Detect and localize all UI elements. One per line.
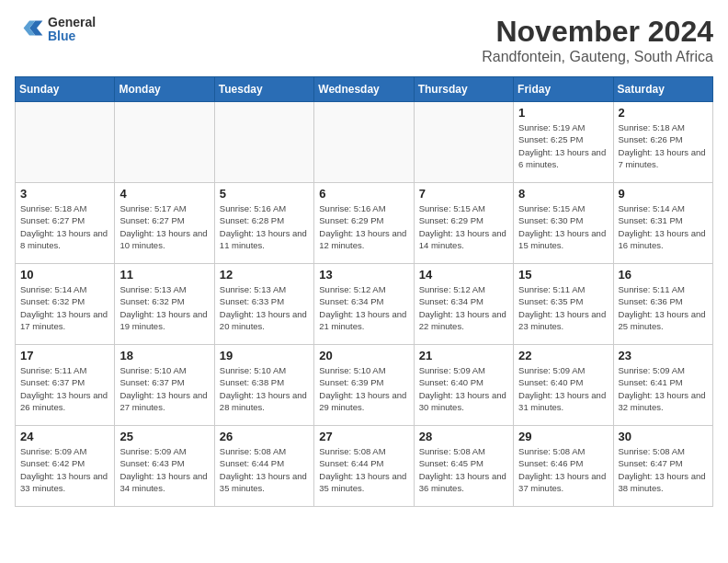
day-info: Sunrise: 5:08 AM Sunset: 6:44 PM Dayligh… <box>220 445 309 494</box>
table-row: 26Sunrise: 5:08 AM Sunset: 6:44 PM Dayli… <box>214 426 313 507</box>
day-info: Sunrise: 5:09 AM Sunset: 6:43 PM Dayligh… <box>119 445 209 494</box>
day-number: 22 <box>518 349 608 362</box>
day-info: Sunrise: 5:10 AM Sunset: 6:37 PM Dayligh… <box>119 364 209 413</box>
day-number: 29 <box>518 430 608 443</box>
day-number: 6 <box>319 187 408 201</box>
table-row: 10Sunrise: 5:14 AM Sunset: 6:32 PM Dayli… <box>16 264 115 345</box>
day-info: Sunrise: 5:18 AM Sunset: 6:26 PM Dayligh… <box>619 121 708 170</box>
logo-general-text: General <box>48 16 96 29</box>
col-wednesday: Wednesday <box>314 77 414 102</box>
day-number: 12 <box>220 268 309 282</box>
col-thursday: Thursday <box>414 77 513 102</box>
day-number: 18 <box>119 349 209 362</box>
day-number: 25 <box>119 430 209 443</box>
table-row: 5Sunrise: 5:16 AM Sunset: 6:28 PM Daylig… <box>214 183 313 264</box>
day-number: 13 <box>319 268 408 282</box>
table-row: 6Sunrise: 5:16 AM Sunset: 6:29 PM Daylig… <box>314 183 414 264</box>
day-number: 8 <box>518 187 608 201</box>
calendar-week-row: 24Sunrise: 5:09 AM Sunset: 6:42 PM Dayli… <box>16 426 713 507</box>
day-info: Sunrise: 5:11 AM Sunset: 6:37 PM Dayligh… <box>20 364 109 413</box>
table-row: 3Sunrise: 5:18 AM Sunset: 6:27 PM Daylig… <box>16 183 115 264</box>
table-row: 8Sunrise: 5:15 AM Sunset: 6:30 PM Daylig… <box>514 183 613 264</box>
day-info: Sunrise: 5:18 AM Sunset: 6:27 PM Dayligh… <box>20 202 109 251</box>
day-info: Sunrise: 5:13 AM Sunset: 6:33 PM Dayligh… <box>220 283 309 332</box>
table-row: 30Sunrise: 5:08 AM Sunset: 6:47 PM Dayli… <box>613 426 712 507</box>
day-number: 27 <box>319 430 408 443</box>
table-row <box>214 102 313 183</box>
table-row: 18Sunrise: 5:10 AM Sunset: 6:37 PM Dayli… <box>115 345 214 426</box>
day-info: Sunrise: 5:11 AM Sunset: 6:35 PM Dayligh… <box>518 283 608 332</box>
day-number: 19 <box>220 349 309 362</box>
table-row <box>314 102 414 183</box>
day-number: 17 <box>20 349 109 362</box>
logo-blue-text: Blue <box>48 29 96 43</box>
day-number: 16 <box>619 268 708 282</box>
col-tuesday: Tuesday <box>214 77 313 102</box>
logo-icon <box>15 15 44 44</box>
table-row: 24Sunrise: 5:09 AM Sunset: 6:42 PM Dayli… <box>16 426 115 507</box>
table-row: 27Sunrise: 5:08 AM Sunset: 6:44 PM Dayli… <box>314 426 414 507</box>
table-row: 14Sunrise: 5:12 AM Sunset: 6:34 PM Dayli… <box>414 264 513 345</box>
table-row: 22Sunrise: 5:09 AM Sunset: 6:40 PM Dayli… <box>514 345 613 426</box>
table-row: 2Sunrise: 5:18 AM Sunset: 6:26 PM Daylig… <box>613 102 712 183</box>
day-number: 7 <box>419 187 508 201</box>
day-info: Sunrise: 5:09 AM Sunset: 6:41 PM Dayligh… <box>619 364 708 413</box>
day-info: Sunrise: 5:19 AM Sunset: 6:25 PM Dayligh… <box>518 121 608 170</box>
col-saturday: Saturday <box>613 77 712 102</box>
title-section: November 2024 Randfontein, Gauteng, Sout… <box>482 15 713 65</box>
day-info: Sunrise: 5:13 AM Sunset: 6:32 PM Dayligh… <box>119 283 209 332</box>
col-monday: Monday <box>115 77 214 102</box>
day-number: 1 <box>518 106 608 120</box>
day-number: 3 <box>20 187 109 201</box>
day-number: 11 <box>119 268 209 282</box>
day-number: 15 <box>518 268 608 282</box>
logo: General Blue <box>15 15 96 44</box>
table-row <box>115 102 214 183</box>
month-title: November 2024 <box>482 15 713 49</box>
table-row: 23Sunrise: 5:09 AM Sunset: 6:41 PM Dayli… <box>613 345 712 426</box>
table-row: 9Sunrise: 5:14 AM Sunset: 6:31 PM Daylig… <box>613 183 712 264</box>
day-number: 21 <box>419 349 508 362</box>
table-row: 11Sunrise: 5:13 AM Sunset: 6:32 PM Dayli… <box>115 264 214 345</box>
day-info: Sunrise: 5:09 AM Sunset: 6:40 PM Dayligh… <box>419 364 508 413</box>
table-row: 16Sunrise: 5:11 AM Sunset: 6:36 PM Dayli… <box>613 264 712 345</box>
table-row: 13Sunrise: 5:12 AM Sunset: 6:34 PM Dayli… <box>314 264 414 345</box>
day-info: Sunrise: 5:14 AM Sunset: 6:32 PM Dayligh… <box>20 283 109 332</box>
day-info: Sunrise: 5:08 AM Sunset: 6:44 PM Dayligh… <box>319 445 408 494</box>
col-friday: Friday <box>514 77 613 102</box>
day-info: Sunrise: 5:09 AM Sunset: 6:42 PM Dayligh… <box>20 445 109 494</box>
table-row: 7Sunrise: 5:15 AM Sunset: 6:29 PM Daylig… <box>414 183 513 264</box>
table-row: 20Sunrise: 5:10 AM Sunset: 6:39 PM Dayli… <box>314 345 414 426</box>
day-number: 20 <box>319 349 408 362</box>
day-info: Sunrise: 5:08 AM Sunset: 6:47 PM Dayligh… <box>619 445 708 494</box>
table-row <box>414 102 513 183</box>
table-row: 25Sunrise: 5:09 AM Sunset: 6:43 PM Dayli… <box>115 426 214 507</box>
day-number: 10 <box>20 268 109 282</box>
day-number: 14 <box>419 268 508 282</box>
calendar-table: Sunday Monday Tuesday Wednesday Thursday… <box>15 76 713 507</box>
table-row: 21Sunrise: 5:09 AM Sunset: 6:40 PM Dayli… <box>414 345 513 426</box>
table-row: 1Sunrise: 5:19 AM Sunset: 6:25 PM Daylig… <box>514 102 613 183</box>
col-sunday: Sunday <box>16 77 115 102</box>
day-info: Sunrise: 5:12 AM Sunset: 6:34 PM Dayligh… <box>419 283 508 332</box>
calendar-week-row: 10Sunrise: 5:14 AM Sunset: 6:32 PM Dayli… <box>16 264 713 345</box>
day-info: Sunrise: 5:16 AM Sunset: 6:29 PM Dayligh… <box>319 202 408 251</box>
logo-text: General Blue <box>48 16 96 44</box>
day-info: Sunrise: 5:14 AM Sunset: 6:31 PM Dayligh… <box>619 202 708 251</box>
calendar-week-row: 1Sunrise: 5:19 AM Sunset: 6:25 PM Daylig… <box>16 102 713 183</box>
day-number: 26 <box>220 430 309 443</box>
table-row: 29Sunrise: 5:08 AM Sunset: 6:46 PM Dayli… <box>514 426 613 507</box>
day-info: Sunrise: 5:15 AM Sunset: 6:29 PM Dayligh… <box>419 202 508 251</box>
day-number: 4 <box>119 187 209 201</box>
table-row: 17Sunrise: 5:11 AM Sunset: 6:37 PM Dayli… <box>16 345 115 426</box>
day-info: Sunrise: 5:08 AM Sunset: 6:46 PM Dayligh… <box>518 445 608 494</box>
table-row: 19Sunrise: 5:10 AM Sunset: 6:38 PM Dayli… <box>214 345 313 426</box>
day-info: Sunrise: 5:08 AM Sunset: 6:45 PM Dayligh… <box>419 445 508 494</box>
table-row: 28Sunrise: 5:08 AM Sunset: 6:45 PM Dayli… <box>414 426 513 507</box>
calendar-week-row: 17Sunrise: 5:11 AM Sunset: 6:37 PM Dayli… <box>16 345 713 426</box>
table-row <box>16 102 115 183</box>
day-info: Sunrise: 5:17 AM Sunset: 6:27 PM Dayligh… <box>119 202 209 251</box>
day-number: 5 <box>220 187 309 201</box>
day-info: Sunrise: 5:10 AM Sunset: 6:39 PM Dayligh… <box>319 364 408 413</box>
calendar-header-row: Sunday Monday Tuesday Wednesday Thursday… <box>16 77 713 102</box>
